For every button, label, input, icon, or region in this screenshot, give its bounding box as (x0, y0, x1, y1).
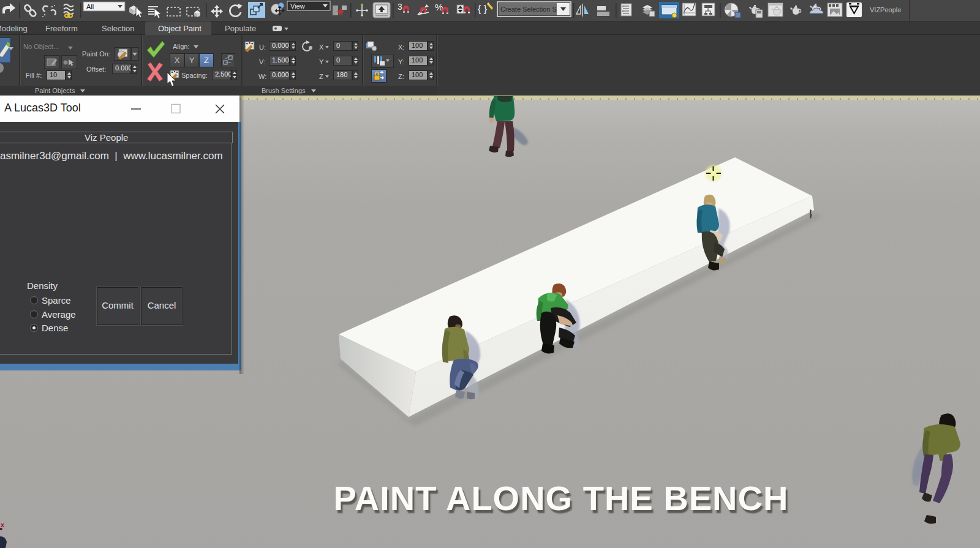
svg-text:View: View (290, 2, 305, 10)
svg-text:{ }: { } (478, 4, 488, 14)
svg-text:All: All (86, 3, 94, 10)
svg-text:x: x (1, 521, 5, 528)
svg-text:Create Selection Se: Create Selection Se (500, 6, 560, 13)
svg-text:VIZPeople: VIZPeople (870, 6, 901, 13)
svg-text:%: % (435, 2, 443, 12)
svg-text:3: 3 (398, 2, 402, 12)
